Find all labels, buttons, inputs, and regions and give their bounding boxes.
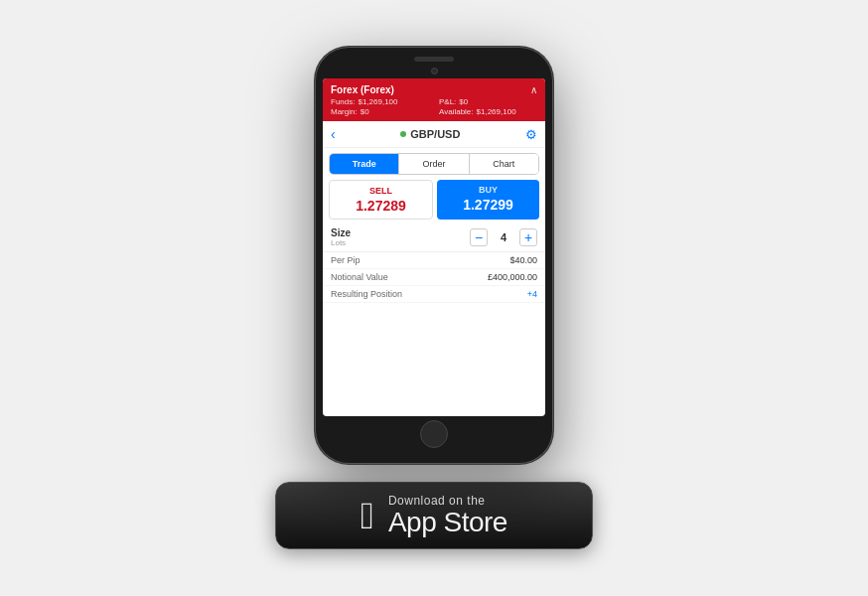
symbol-text: GBP/USD xyxy=(410,128,460,140)
appstore-text-group: Download on the App Store xyxy=(388,494,507,538)
pl-label: P&L: xyxy=(439,97,456,106)
account-title: Forex (Forex) xyxy=(331,84,394,95)
notional-label: Notional Value xyxy=(331,272,388,282)
tab-chart[interactable]: Chart xyxy=(470,154,538,174)
appstore-button[interactable]:  Download on the App Store xyxy=(275,482,593,549)
page-wrapper: Forex (Forex) ∧ Funds: $1,269,100 P&L: $… xyxy=(275,47,593,549)
resulting-row: Resulting Position +4 xyxy=(323,286,545,303)
size-sublabel: Lots xyxy=(331,238,470,247)
tab-order[interactable]: Order xyxy=(399,154,468,174)
sell-price: 1.27289 xyxy=(334,198,428,214)
app-header: Forex (Forex) ∧ Funds: $1,269,100 P&L: $… xyxy=(323,78,545,121)
back-button[interactable]: ‹ xyxy=(331,126,336,142)
size-increase-button[interactable]: + xyxy=(519,228,537,246)
buy-label: BUY xyxy=(441,185,535,195)
sell-box[interactable]: SELL 1.27289 xyxy=(329,180,433,220)
funds-value: $1,269,100 xyxy=(358,97,397,106)
tab-trade[interactable]: Trade xyxy=(330,154,398,174)
funds-stat: Funds: $1,269,100 xyxy=(331,97,429,106)
buy-box[interactable]: BUY 1.27299 xyxy=(437,180,539,220)
margin-value: $0 xyxy=(361,107,369,116)
online-indicator xyxy=(400,131,406,137)
phone-device: Forex (Forex) ∧ Funds: $1,269,100 P&L: $… xyxy=(315,47,553,464)
collapse-chevron[interactable]: ∧ xyxy=(530,84,537,95)
sell-label: SELL xyxy=(334,186,428,196)
resulting-value: +4 xyxy=(527,289,537,299)
per-pip-value: $40.00 xyxy=(509,255,537,265)
size-row: Size Lots − 4 + xyxy=(323,224,545,252)
funds-label: Funds: xyxy=(331,97,355,106)
phone-camera xyxy=(431,68,438,74)
appstore-bottom-text: App Store xyxy=(388,508,507,538)
available-stat: Available: $1,269,100 xyxy=(439,107,537,116)
pl-stat: P&L: $0 xyxy=(439,97,537,106)
home-button[interactable] xyxy=(420,420,448,448)
settings-icon[interactable]: ⚙ xyxy=(525,127,537,142)
size-label-group: Size Lots xyxy=(331,227,470,247)
size-value: 4 xyxy=(496,231,511,243)
per-pip-label: Per Pip xyxy=(331,255,361,265)
per-pip-row: Per Pip $40.00 xyxy=(323,252,545,269)
margin-label: Margin: xyxy=(331,107,358,116)
account-stats: Funds: $1,269,100 P&L: $0 Margin: $0 Ava… xyxy=(331,97,537,116)
resulting-label: Resulting Position xyxy=(331,289,402,299)
symbol-display: GBP/USD xyxy=(400,128,460,140)
size-decrease-button[interactable]: − xyxy=(470,228,488,246)
phone-speaker xyxy=(414,57,454,62)
notional-row: Notional Value £400,000.00 xyxy=(323,269,545,286)
apple-logo-icon:  xyxy=(361,497,374,534)
trade-area: SELL 1.27289 BUY 1.27299 xyxy=(329,180,539,220)
margin-stat: Margin: $0 xyxy=(331,107,429,116)
appstore-top-text: Download on the xyxy=(388,494,507,508)
notional-value: £400,000.00 xyxy=(488,272,537,282)
buy-price: 1.27299 xyxy=(441,197,535,213)
available-value: $1,269,100 xyxy=(477,107,516,116)
size-controls: − 4 + xyxy=(470,228,537,246)
size-label: Size xyxy=(331,227,470,238)
tab-bar: Trade Order Chart xyxy=(329,153,539,175)
phone-screen: Forex (Forex) ∧ Funds: $1,269,100 P&L: $… xyxy=(323,78,545,416)
available-label: Available: xyxy=(439,107,474,116)
symbol-bar: ‹ GBP/USD ⚙ xyxy=(323,121,545,148)
pl-value: $0 xyxy=(459,97,468,106)
